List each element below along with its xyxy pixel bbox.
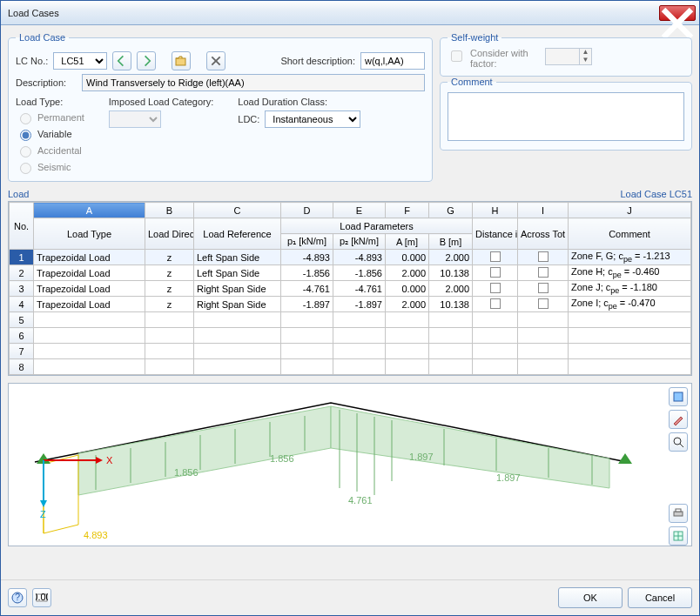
- consider-checkbox[interactable]: [451, 50, 462, 62]
- load-grid[interactable]: No. A B C D E F G H I J Load Type: [8, 201, 692, 376]
- preview-tool-3[interactable]: [669, 432, 688, 452]
- chevron-right-icon: [140, 55, 152, 67]
- shortdesc-input[interactable]: [360, 52, 425, 70]
- ldc-label: Load Duration Class:: [238, 97, 360, 107]
- svg-text:1.856: 1.856: [270, 453, 294, 464]
- desc-input[interactable]: [82, 74, 425, 91]
- cancel-button[interactable]: Cancel: [628, 587, 692, 608]
- svg-text:4.761: 4.761: [348, 495, 373, 506]
- imposed-combo[interactable]: [109, 110, 161, 128]
- svg-text:?: ?: [15, 592, 20, 602]
- svg-rect-31: [674, 392, 683, 401]
- svg-text:Z: Z: [40, 509, 46, 519]
- svg-rect-0: [176, 58, 185, 65]
- units-icon: 0.00: [36, 592, 48, 604]
- table-row[interactable]: 2 Trapezoidal LoadzLeft Span Side -1.856…: [10, 265, 691, 281]
- preview-tool-4[interactable]: [669, 504, 688, 523]
- table-row[interactable]: 8: [10, 359, 691, 375]
- factor-spinner[interactable]: ▲▼: [545, 48, 592, 65]
- selfweight-panel: Self-weight Consider with factor: ▲▼: [440, 32, 692, 77]
- load-case-right-label: Load Case LC51: [620, 189, 692, 199]
- svg-text:1.856: 1.856: [174, 467, 199, 478]
- folder-new-icon: [175, 55, 187, 67]
- radio-variable[interactable]: Variable: [16, 127, 84, 141]
- selfweight-legend: Self-weight: [448, 32, 501, 43]
- zoom-icon: [672, 436, 684, 448]
- desc-label: Description:: [16, 77, 77, 88]
- ok-button[interactable]: OK: [558, 587, 623, 608]
- table-row[interactable]: 7: [10, 344, 691, 359]
- print-icon: [672, 507, 684, 519]
- next-lc-button[interactable]: [137, 51, 156, 70]
- brush-icon: [672, 413, 684, 425]
- svg-point-32: [674, 438, 681, 445]
- radio-permanent[interactable]: Permanent: [16, 110, 84, 124]
- ldc-combo[interactable]: Instantaneous: [265, 110, 360, 128]
- load-case-panel: Load Case LC No.: LC51 Short description…: [8, 32, 433, 182]
- preview-tool-2[interactable]: [669, 410, 688, 429]
- svg-rect-34: [674, 512, 683, 516]
- comment-panel: Comment: [440, 77, 692, 151]
- svg-marker-18: [618, 453, 632, 464]
- load-cases-dialog: Load Cases Load Case LC No.: LC51 Short …: [0, 0, 700, 616]
- svg-line-33: [680, 444, 683, 447]
- loadtype-label: Load Type:: [16, 97, 84, 107]
- radio-accidental[interactable]: Accidental: [16, 144, 84, 157]
- preview-tool-1[interactable]: [669, 387, 688, 406]
- close-button[interactable]: [659, 5, 696, 21]
- lcno-combo[interactable]: LC51: [53, 52, 107, 70]
- load-section-label: Load: [8, 189, 29, 199]
- titlebar: Load Cases: [1, 1, 699, 25]
- ldc-prefix: LDC:: [238, 114, 259, 124]
- imposed-label: Imposed Load Category:: [109, 97, 213, 107]
- table-row[interactable]: 6: [10, 328, 691, 344]
- prev-lc-button[interactable]: [112, 51, 131, 70]
- table-row[interactable]: 5: [10, 312, 691, 328]
- dialog-footer: ? 0.00 OK Cancel: [1, 579, 699, 615]
- window-title: Load Cases: [4, 8, 659, 18]
- svg-text:1.897: 1.897: [496, 472, 521, 483]
- svg-text:1.897: 1.897: [409, 452, 434, 462]
- lcno-label: LC No.:: [16, 56, 48, 66]
- delete-lc-button[interactable]: [206, 51, 225, 70]
- load-case-legend: Load Case: [16, 32, 69, 43]
- load-diagram: X Z 1.856 1.856 4.761 1.897 1.897 4.893: [9, 384, 653, 546]
- col-no: No.: [10, 203, 34, 250]
- help-icon: ?: [11, 592, 24, 604]
- table-row[interactable]: 4 Trapezoidal LoadzRight Span Side -1.89…: [10, 297, 691, 312]
- svg-text:0.00: 0.00: [36, 592, 48, 602]
- svg-marker-22: [40, 500, 47, 507]
- svg-text:4.893: 4.893: [84, 530, 108, 540]
- consider-label: Consider with factor:: [470, 48, 540, 69]
- new-lc-button[interactable]: [172, 51, 191, 70]
- table-row[interactable]: 1 Trapezoidal LoadzLeft Span Side -4.893…: [10, 250, 691, 265]
- comment-textarea[interactable]: [448, 92, 684, 141]
- table-row[interactable]: 3 Trapezoidal LoadzRight Span Side -4.76…: [10, 281, 691, 297]
- delete-icon: [210, 55, 222, 67]
- units-button[interactable]: 0.00: [32, 588, 51, 607]
- grid-icon: [672, 530, 684, 542]
- help-button[interactable]: ?: [8, 588, 27, 607]
- loadtype-radios: Permanent Variable Accidental Seismic: [16, 110, 84, 174]
- chevron-left-icon: [116, 55, 128, 67]
- svg-text:X: X: [106, 455, 113, 465]
- comment-legend: Comment: [448, 77, 496, 87]
- preview-area: X Z 1.856 1.856 4.761 1.897 1.897 4.893: [8, 383, 692, 546]
- radio-seismic[interactable]: Seismic: [16, 160, 84, 174]
- sheet-icon: [672, 391, 684, 403]
- shortdesc-label: Short description:: [280, 56, 355, 66]
- preview-tool-5[interactable]: [669, 526, 688, 546]
- svg-rect-35: [676, 509, 681, 512]
